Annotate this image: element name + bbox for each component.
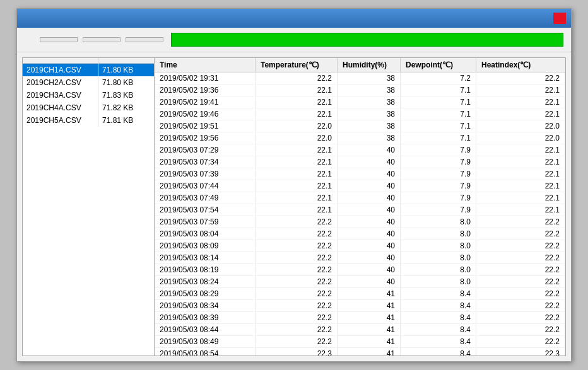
main-window: 2019CH1A.CSV 71.80 KB 2019CH2A.CSV 71.80… [16, 8, 572, 362]
file-size-cell: 71.80 KB [98, 76, 137, 89]
cell-time: 2019/05/03 08:39 [155, 312, 256, 323]
cell-dewpoint: 8.4 [401, 288, 476, 299]
table-row: 2019/05/03 08:09 22.2 40 8.0 22.2 [155, 240, 565, 252]
file-list-item[interactable]: 2019CH2A.CSV 71.80 KB [23, 76, 154, 89]
table-row: 2019/05/03 07:54 22.1 40 7.9 22.1 [155, 204, 565, 216]
table-row: 2019/05/03 08:49 22.2 41 8.4 22.2 [155, 336, 565, 348]
cell-time: 2019/05/03 08:54 [155, 348, 256, 356]
cell-dewpoint: 8.0 [401, 228, 476, 240]
table-row: 2019/05/02 19:31 22.2 38 7.2 22.2 [155, 72, 565, 84]
cell-time: 2019/05/03 07:34 [155, 156, 256, 168]
file-list-panel: 2019CH1A.CSV 71.80 KB 2019CH2A.CSV 71.80… [22, 57, 155, 356]
data-table-header: Time Temperature(℃) Humidity(%) Dewpoint… [155, 58, 565, 72]
file-list-item[interactable]: 2019CH4A.CSV 71.82 KB [23, 101, 154, 114]
cell-temp: 22.3 [256, 348, 338, 356]
cell-dewpoint: 7.9 [401, 168, 476, 180]
cell-humidity: 40 [338, 144, 401, 156]
cell-heatindex: 22.2 [476, 300, 565, 311]
cell-humidity: 40 [338, 276, 401, 287]
col-header-humidity: Humidity(%) [338, 58, 401, 72]
cell-humidity: 38 [338, 84, 401, 96]
cell-time: 2019/05/03 08:44 [155, 324, 256, 335]
cell-heatindex: 22.0 [476, 132, 565, 144]
file-size-cell: 71.81 KB [98, 114, 137, 127]
delete-button[interactable] [83, 37, 121, 42]
select-button[interactable] [40, 37, 78, 42]
table-row: 2019/05/02 19:36 22.1 38 7.1 22.1 [155, 84, 565, 96]
cell-time: 2019/05/03 07:29 [155, 144, 256, 156]
cell-dewpoint: 8.0 [401, 264, 476, 275]
cell-heatindex: 22.3 [476, 348, 565, 356]
cell-time: 2019/05/03 08:19 [155, 264, 256, 275]
cell-temp: 22.2 [256, 276, 338, 287]
table-row: 2019/05/03 07:39 22.1 40 7.9 22.1 [155, 168, 565, 180]
table-row: 2019/05/03 08:34 22.2 41 8.4 22.2 [155, 300, 565, 312]
cell-heatindex: 22.2 [476, 276, 565, 287]
cell-heatindex: 22.2 [476, 240, 565, 251]
cell-time: 2019/05/03 08:24 [155, 276, 256, 287]
cell-dewpoint: 8.4 [401, 348, 476, 356]
cell-time: 2019/05/02 19:51 [155, 120, 256, 132]
cell-heatindex: 22.2 [476, 228, 565, 240]
cell-temp: 22.2 [256, 288, 338, 299]
cell-dewpoint: 7.9 [401, 180, 476, 192]
cell-heatindex: 22.1 [476, 192, 565, 204]
table-row: 2019/05/03 08:29 22.2 41 8.4 22.2 [155, 288, 565, 300]
col-header-size [98, 58, 106, 63]
cell-heatindex: 22.1 [476, 168, 565, 180]
file-name-cell: 2019CH4A.CSV [23, 101, 98, 114]
cell-dewpoint: 8.0 [401, 216, 476, 228]
file-name-cell: 2019CH1A.CSV [23, 64, 98, 76]
cell-dewpoint: 8.0 [401, 240, 476, 251]
col-header-time: Time [155, 58, 256, 72]
cell-time: 2019/05/03 08:34 [155, 300, 256, 311]
cell-heatindex: 22.2 [476, 72, 565, 84]
cell-humidity: 41 [338, 336, 401, 347]
file-size-cell: 71.83 KB [98, 89, 137, 101]
cell-humidity: 40 [338, 192, 401, 204]
cell-dewpoint: 7.9 [401, 192, 476, 204]
col-header-heatindex: Heatindex(℃) [476, 58, 565, 72]
table-row: 2019/05/02 19:56 22.0 38 7.1 22.0 [155, 132, 565, 144]
cell-time: 2019/05/03 08:09 [155, 240, 256, 251]
cell-time: 2019/05/03 07:44 [155, 180, 256, 192]
table-row: 2019/05/03 08:04 22.2 40 8.0 22.2 [155, 228, 565, 240]
close-button[interactable] [553, 13, 566, 24]
file-size-cell: 71.82 KB [98, 101, 137, 114]
cell-temp: 22.2 [256, 240, 338, 251]
file-list-item[interactable]: 2019CH5A.CSV 71.81 KB [23, 114, 154, 127]
file-size-cell: 71.80 KB [98, 64, 137, 76]
cell-temp: 22.2 [256, 72, 338, 84]
cell-humidity: 38 [338, 120, 401, 132]
file-list-item[interactable]: 2019CH1A.CSV 71.80 KB [23, 64, 154, 76]
table-row: 2019/05/03 08:24 22.2 40 8.0 22.2 [155, 276, 565, 288]
file-list-header [23, 58, 154, 64]
cell-heatindex: 22.2 [476, 252, 565, 263]
table-row: 2019/05/03 07:29 22.1 40 7.9 22.1 [155, 144, 565, 156]
cell-dewpoint: 7.9 [401, 204, 476, 216]
cell-temp: 22.2 [256, 228, 338, 240]
cell-time: 2019/05/03 08:04 [155, 228, 256, 240]
cell-humidity: 41 [338, 288, 401, 299]
cell-humidity: 38 [338, 108, 401, 120]
cell-heatindex: 22.1 [476, 180, 565, 192]
cell-dewpoint: 8.4 [401, 300, 476, 311]
graph-button[interactable] [126, 37, 163, 42]
table-row: 2019/05/02 19:51 22.0 38 7.1 22.0 [155, 120, 565, 132]
cell-dewpoint: 8.4 [401, 324, 476, 335]
table-row: 2019/05/03 08:14 22.2 40 8.0 22.2 [155, 252, 565, 264]
cell-humidity: 40 [338, 240, 401, 251]
cell-temp: 22.1 [256, 108, 338, 120]
cell-dewpoint: 8.0 [401, 252, 476, 263]
cell-heatindex: 22.2 [476, 288, 565, 299]
cell-dewpoint: 8.4 [401, 312, 476, 323]
cell-humidity: 41 [338, 312, 401, 323]
table-row: 2019/05/03 07:34 22.1 40 7.9 22.1 [155, 156, 565, 168]
table-row: 2019/05/03 07:49 22.1 40 7.9 22.1 [155, 192, 565, 204]
cell-humidity: 40 [338, 180, 401, 192]
table-row: 2019/05/03 07:44 22.1 40 7.9 22.1 [155, 180, 565, 192]
cell-dewpoint: 7.1 [401, 108, 476, 120]
main-content: 2019CH1A.CSV 71.80 KB 2019CH2A.CSV 71.80… [17, 52, 571, 361]
cell-temp: 22.2 [256, 324, 338, 335]
file-list-item[interactable]: 2019CH3A.CSV 71.83 KB [23, 89, 154, 101]
